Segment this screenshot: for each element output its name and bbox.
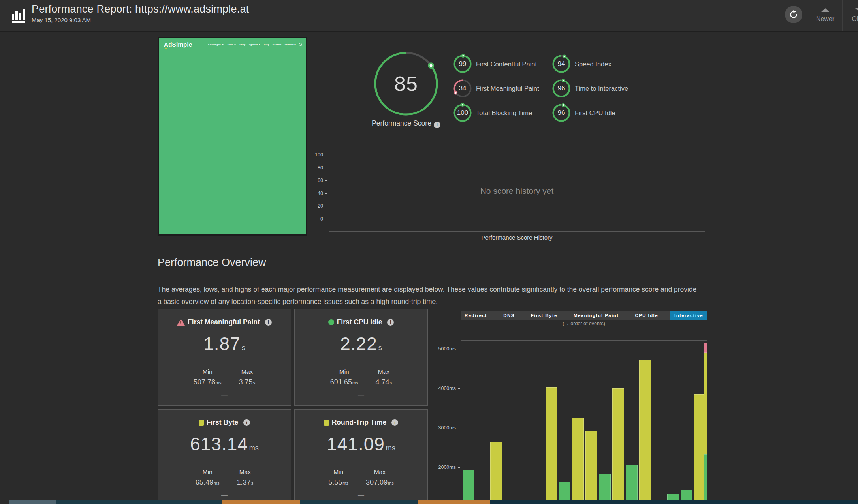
- history-y-axis: 100806040200: [294, 150, 328, 232]
- chart-y-axis: 5000ms4000ms3000ms2000ms: [427, 340, 461, 504]
- metric-first-contentful-paint: 99First Contentful Paint: [453, 54, 539, 74]
- history-tick-label: 0: [320, 216, 323, 222]
- card-min: Min507.78ms: [194, 368, 222, 386]
- legend-redirect[interactable]: Redirect: [461, 311, 491, 320]
- card-placeholder: —: [158, 392, 291, 399]
- legend-dns[interactable]: DNS: [499, 311, 518, 320]
- chart-tick-label: 5000ms: [438, 346, 456, 352]
- history-tick-mark: [325, 206, 327, 206]
- history-tick-label: 60: [318, 178, 323, 183]
- older-label: Older: [852, 15, 858, 22]
- response-time-chart: [461, 340, 707, 504]
- card-value: 141.09ms: [295, 433, 427, 459]
- strip-segment: [418, 500, 490, 504]
- chart-bar-yellow: [639, 360, 651, 504]
- header-titles: Performance Report: https://www.adsimple…: [32, 3, 249, 23]
- legend-cpu-idle[interactable]: CPU Idle: [631, 311, 662, 320]
- strip-segment: [56, 500, 222, 504]
- metric-first-cpu-idle: 96First CPU Idle: [551, 103, 628, 123]
- chart-tick-label: 2000ms: [438, 465, 456, 470]
- metric-speed-index: 94Speed Index: [551, 54, 628, 74]
- newer-button[interactable]: Newer: [809, 0, 841, 31]
- chart-bar-green: [599, 474, 611, 504]
- card-min: Min65.49ms: [196, 468, 220, 487]
- search-icon: [299, 43, 302, 46]
- info-icon[interactable]: i: [391, 419, 398, 426]
- older-button[interactable]: Older: [844, 0, 858, 31]
- info-icon[interactable]: i: [243, 419, 250, 426]
- legend-meaningful-paint[interactable]: Meaningful Paint: [570, 311, 623, 320]
- card-title-text: Round-Trip Time: [332, 418, 387, 427]
- yellow-square-icon: [199, 420, 204, 426]
- metric-score: 96: [551, 103, 571, 123]
- arrow-up-icon: [821, 8, 830, 12]
- history-tick-mark: [325, 193, 327, 194]
- site-nav-tools: Tools: [227, 43, 237, 46]
- chart-legend: RedirectDNSFirst ByteMeaningful PaintCPU…: [461, 311, 707, 320]
- metric-score: 96: [551, 79, 571, 98]
- chart-bar-yellow: [612, 388, 624, 504]
- strip-segment: [222, 500, 300, 504]
- chart-bar-yellow: [585, 431, 597, 504]
- legend-first-byte[interactable]: First Byte: [527, 311, 561, 320]
- ring-icon: 100: [453, 103, 472, 123]
- chart-bar-green: [704, 454, 707, 504]
- card-min: Min691.65ms: [330, 368, 358, 386]
- header-divider: [842, 0, 843, 31]
- metric-label: First Contentful Paint: [476, 60, 537, 68]
- site-screenshot-thumbnail: AdSimple LeistungenToolsShopAgenturBlogK…: [158, 37, 307, 236]
- card-value: 613.14ms: [158, 433, 291, 459]
- card-first-meaningful-paint: First Meaningful Painti1.87sMin507.78msM…: [158, 309, 291, 406]
- history-caption: Performance Score History: [329, 234, 705, 241]
- card-title-text: First CPU Idle: [337, 318, 382, 326]
- card-min-max: Min65.49msMax1.37s: [158, 468, 291, 487]
- metric-first-meaningful-paint: 34First Meaningful Paint: [453, 79, 539, 98]
- newer-label: Newer: [816, 15, 834, 22]
- strip-segment: [300, 500, 418, 504]
- chart-tick-mark: [458, 428, 460, 428]
- chart-bar-green: [626, 465, 638, 504]
- metric-score: 100: [453, 103, 472, 123]
- logo-dot: [165, 48, 167, 49]
- chart-tick-mark: [458, 349, 460, 349]
- metric-ring-column-1: 99First Contentful Paint 34First Meaning…: [453, 54, 539, 127]
- performance-score-value: 85: [371, 49, 441, 118]
- history-tick-mark: [325, 219, 327, 219]
- bar-chart-icon: [9, 6, 28, 25]
- chart-bar-green: [463, 470, 474, 504]
- history-tick-label: 20: [318, 203, 323, 209]
- chart-tick-label: 4000ms: [438, 386, 456, 391]
- ring-icon: 96: [551, 79, 571, 98]
- metric-time-to-interactive: 96Time to Interactive: [551, 79, 628, 98]
- refresh-icon: [788, 9, 799, 20]
- card-title: First Meaningful Painti: [158, 318, 291, 326]
- performance-score-label: Performance Scorei: [347, 119, 465, 128]
- metric-label: Speed Index: [575, 60, 612, 68]
- ring-icon: 34: [453, 79, 472, 98]
- performance-report-page: Performance Report: https://www.adsimple…: [0, 0, 858, 504]
- site-nav-agentur: Agentur: [248, 43, 261, 46]
- card-value: 1.87s: [158, 333, 291, 359]
- history-tick-mark: [325, 155, 327, 155]
- yellow-square-icon: [324, 420, 329, 426]
- info-icon[interactable]: i: [387, 319, 394, 326]
- site-nav-anmelden: Anmelden: [284, 43, 296, 46]
- chart-tick-mark: [458, 467, 460, 468]
- chart-order-note: (→ order of events): [461, 321, 707, 326]
- card-max: Max4.74s: [376, 368, 392, 386]
- history-empty-text: No score history yet: [329, 150, 705, 231]
- metric-label: First Meaningful Paint: [476, 85, 539, 92]
- caret-down-icon: [234, 44, 236, 45]
- card-placeholder: —: [158, 492, 291, 499]
- legend-interactive[interactable]: Interactive: [670, 311, 707, 320]
- info-icon[interactable]: i: [434, 122, 440, 128]
- history-tick-mark: [325, 180, 327, 181]
- card-min-max: Min507.78msMax3.75s: [158, 368, 291, 386]
- card-title-text: First Meaningful Paint: [188, 318, 260, 326]
- site-nav-blog: Blog: [264, 43, 269, 46]
- info-icon[interactable]: i: [265, 319, 272, 326]
- card-min-max: Min5.55msMax307.09ms: [295, 468, 427, 487]
- refresh-button[interactable]: [785, 6, 802, 23]
- card-max: Max3.75s: [239, 368, 256, 386]
- card-title: Round-Trip Timei: [295, 418, 427, 427]
